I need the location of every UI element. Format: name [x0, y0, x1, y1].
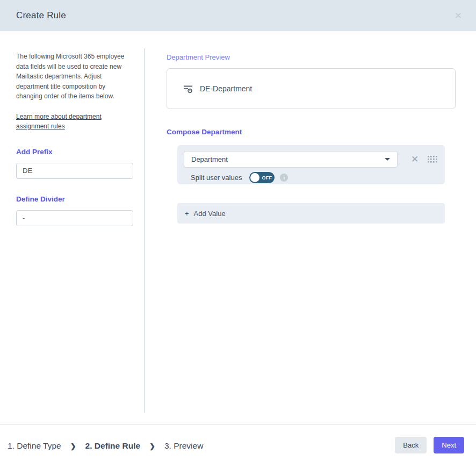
chevron-down-icon — [385, 158, 390, 161]
toggle-knob — [250, 173, 259, 182]
split-user-values-row: Split user values OFF i — [184, 172, 438, 183]
compose-item-card: Department ✕ Split user values — [177, 145, 445, 184]
drag-handle-icon[interactable] — [428, 156, 437, 163]
chevron-right-icon: ❯ — [70, 442, 76, 450]
step-define-rule: 2. Define Rule — [85, 441, 141, 451]
description-text: The following Microsoft 365 employee dat… — [16, 52, 133, 102]
dialog-title: Create Rule — [16, 10, 66, 21]
footer-divider — [0, 424, 476, 425]
toggle-state-label: OFF — [262, 175, 272, 181]
department-preview-box: DE-Department — [167, 68, 456, 109]
step-define-type[interactable]: 1. Define Type — [8, 441, 61, 451]
field-select-row: Department ✕ — [184, 151, 438, 168]
wizard-steps: 1. Define Type ❯ 2. Define Rule ❯ 3. Pre… — [8, 437, 203, 455]
compose-department-heading: Compose Department — [167, 128, 242, 136]
next-button[interactable]: Next — [434, 437, 464, 453]
create-rule-dialog: Create Rule ✕ The following Microsoft 36… — [0, 0, 476, 461]
split-user-values-toggle[interactable]: OFF — [249, 172, 275, 183]
field-select-value: Department — [191, 155, 228, 163]
department-preview-heading: Department Preview — [167, 53, 230, 61]
close-icon[interactable]: ✕ — [450, 9, 466, 23]
field-select[interactable]: Department — [184, 151, 398, 168]
plus-icon: + — [185, 210, 189, 218]
add-value-label: Add Value — [194, 210, 226, 218]
learn-more-link[interactable]: Learn more about department assignment r… — [16, 112, 133, 132]
info-icon[interactable]: i — [280, 174, 288, 182]
divider-input[interactable] — [16, 210, 133, 226]
step-preview[interactable]: 3. Preview — [164, 441, 203, 451]
split-user-values-label: Split user values — [191, 174, 242, 182]
define-divider-label: Define Divider — [16, 195, 133, 203]
vertical-divider — [144, 48, 145, 413]
chevron-right-icon: ❯ — [149, 442, 155, 450]
rule-settings-sidebar: The following Microsoft 365 employee dat… — [16, 52, 133, 226]
rule-filter-icon — [183, 84, 193, 93]
footer-actions: Back Next — [395, 437, 464, 453]
add-prefix-label: Add Prefix — [16, 148, 133, 156]
department-preview-value: DE-Department — [200, 84, 252, 93]
prefix-input[interactable] — [16, 163, 133, 179]
back-button[interactable]: Back — [395, 437, 427, 453]
dialog-header: Create Rule ✕ — [0, 0, 476, 31]
remove-item-icon[interactable]: ✕ — [411, 155, 419, 164]
add-value-button[interactable]: + Add Value — [177, 203, 445, 224]
